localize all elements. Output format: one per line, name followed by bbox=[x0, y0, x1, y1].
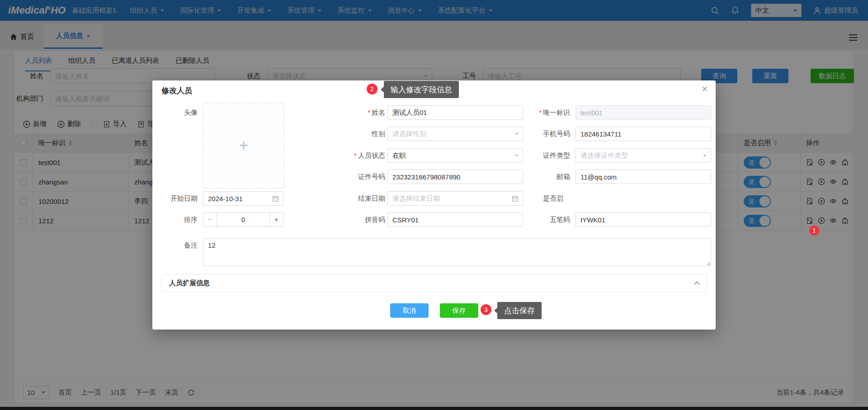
phone-label: 手机号码 bbox=[482, 127, 570, 141]
edit-personnel-modal: 修改人员 × 头像 + *姓名 *唯一标识 性别 请选择性别 手机号码 *人员状… bbox=[152, 80, 716, 330]
enabled-label: 是否启用 bbox=[482, 191, 570, 206]
sort-stepper: − 0 + bbox=[203, 212, 283, 227]
remark-textarea[interactable] bbox=[203, 238, 711, 266]
wubi-label: 五笔码 bbox=[482, 212, 570, 227]
wubi-input[interactable] bbox=[576, 212, 711, 227]
tooltip-step-2: 输入修改字段信息 bbox=[384, 81, 459, 98]
tooltip-step-3: 点击保存 bbox=[497, 302, 542, 319]
start-date-label: 开始日期 bbox=[157, 191, 198, 206]
chevron-down-icon bbox=[703, 155, 707, 157]
end-date-label: 结束日期 bbox=[302, 191, 385, 206]
phone-input[interactable] bbox=[576, 127, 711, 141]
step-badge-3: 3 bbox=[481, 304, 491, 315]
cert-no-label: 证件号码 bbox=[302, 170, 385, 184]
calendar-icon bbox=[272, 195, 279, 202]
uid-label: *唯一标识 bbox=[482, 105, 570, 120]
plus-icon: + bbox=[239, 136, 248, 155]
cert-type-select[interactable]: 请选择证件类型 bbox=[576, 148, 711, 163]
start-date-input[interactable]: 2024-10-31 bbox=[203, 191, 283, 206]
email-input[interactable] bbox=[576, 170, 711, 184]
remark-label: 备注 bbox=[157, 238, 198, 253]
cert-type-label: 证件类型 bbox=[482, 148, 570, 163]
avatar-label: 头像 bbox=[157, 105, 198, 120]
modal-title: 修改人员 bbox=[161, 85, 192, 96]
stepper-plus-button[interactable]: + bbox=[269, 213, 283, 226]
status-label: *人员状态 bbox=[302, 148, 385, 163]
sort-label: 排序 bbox=[157, 212, 198, 227]
close-icon[interactable]: × bbox=[702, 84, 708, 94]
step-badge-2: 2 bbox=[367, 84, 377, 94]
name-label: *姓名 bbox=[302, 105, 385, 120]
stepper-minus-button[interactable]: − bbox=[203, 213, 217, 226]
bottom-edge bbox=[0, 407, 868, 410]
chevron-up-icon bbox=[694, 281, 700, 287]
sort-value[interactable]: 0 bbox=[217, 213, 269, 226]
step-badge-1: 1 bbox=[809, 226, 819, 236]
cancel-button[interactable]: 取消 bbox=[390, 303, 429, 318]
avatar-upload[interactable]: + bbox=[203, 103, 284, 189]
email-label: 邮箱 bbox=[482, 170, 570, 184]
pinyin-label: 拼音码 bbox=[302, 212, 385, 227]
gender-label: 性别 bbox=[302, 127, 385, 141]
save-button[interactable]: 保存 bbox=[440, 303, 478, 318]
uid-input bbox=[576, 105, 711, 120]
extension-panel-header[interactable]: 人员扩展信息 bbox=[161, 274, 707, 292]
